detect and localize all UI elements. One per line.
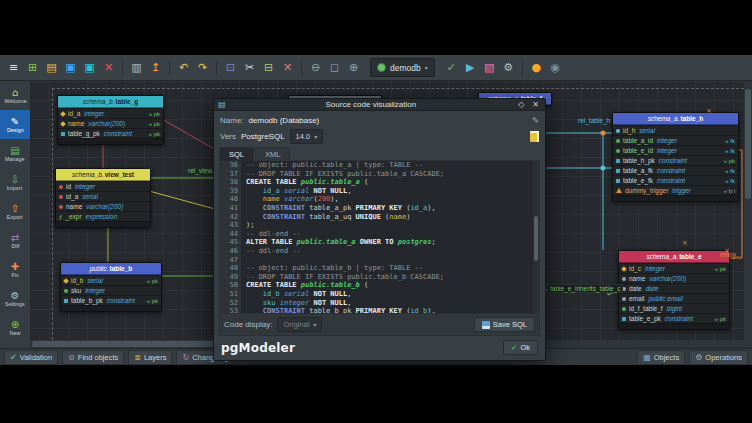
edit-icon[interactable]: ✎ <box>532 116 539 125</box>
table-column-row[interactable]: id_hserial <box>613 125 738 135</box>
run-sql-button[interactable]: ▶ <box>462 59 479 76</box>
copy-button[interactable]: ⊡ <box>222 59 239 76</box>
dialog-titlebar[interactable]: ▤ Source code visualization ◇ ✕ <box>214 99 545 111</box>
delete-button[interactable]: ✕ <box>279 59 296 76</box>
table-table_g[interactable]: schema_b.table_gid_ainteger« pknamevarch… <box>57 95 164 145</box>
table-table_h[interactable]: schema_a.table_hid_hserialtable_a_idinte… <box>612 112 739 202</box>
relationship-endpoint-mark: × <box>682 239 688 247</box>
pgsql-version-combo[interactable]: 14.0 ▾ <box>290 129 324 144</box>
sidebar-item-import[interactable]: ⇩Import <box>0 168 30 197</box>
column-name: id <box>66 183 71 190</box>
sidebar-item-design[interactable]: ✎Design <box>0 110 30 139</box>
code-token: , <box>347 290 351 298</box>
scroll-thumb[interactable] <box>534 216 538 261</box>
code-line: 37-- DROP TABLE IF EXISTS public.table_a… <box>220 170 539 179</box>
tab-sql[interactable]: SQL <box>219 147 254 161</box>
sidebar-item-manage[interactable]: ▤Manage <box>0 139 30 168</box>
table-column-row[interactable]: namevarchar(200)« pk <box>58 118 163 128</box>
zoom-reset-button[interactable]: ◻ <box>326 59 343 76</box>
save-definition-icon[interactable] <box>530 131 539 142</box>
close-model-button[interactable]: ✕ <box>100 59 117 76</box>
table-column-row[interactable]: namevarchar(200) <box>619 273 729 283</box>
sql-code-area[interactable]: 36-- object: public.table_a | type: TABL… <box>220 161 539 313</box>
table-column-row[interactable]: id_bserial« pk <box>61 275 161 285</box>
table-column-row[interactable]: id_aserial <box>56 191 150 201</box>
table-column-row[interactable]: dummy_triggertrigger« b i <box>613 185 738 195</box>
sidebar-item-new[interactable]: ⊕New <box>0 313 30 342</box>
paste-button[interactable]: ⊟ <box>260 59 277 76</box>
table-column-row[interactable]: idinteger <box>56 181 150 191</box>
cut-button[interactable]: ✂ <box>241 59 258 76</box>
table-table_b[interactable]: public.table_bid_bserial« pkskuintegerta… <box>60 262 162 312</box>
validate-model-button[interactable]: ✓ <box>443 59 460 76</box>
table-column-row[interactable]: table_a_idinteger« fk <box>613 135 738 145</box>
code-scrollbar[interactable] <box>533 161 539 313</box>
table-column-row[interactable]: namevarchar(200) <box>56 201 150 211</box>
table-column-row[interactable]: table_e_idinteger« fk <box>613 145 738 155</box>
layers-button[interactable]: ≣Layers <box>128 350 172 365</box>
operations-button[interactable]: ⚙Operations <box>689 350 748 365</box>
sidebar-item-label: Design <box>7 127 24 132</box>
sidebar-item-export[interactable]: ⇧Export <box>0 197 30 226</box>
sidebar-item-label: Settings <box>5 301 25 306</box>
save-model-button[interactable]: ▣ <box>62 59 79 76</box>
table-column-row[interactable]: table_b_pkconstraint« pk <box>61 295 161 305</box>
print-button[interactable]: ▥ <box>128 59 145 76</box>
code-display-row: Code display: Original ▾ Save SQL <box>220 313 539 335</box>
line-number: 52 <box>220 299 241 308</box>
open-model-button[interactable]: ▤ <box>43 59 60 76</box>
dialog-close-button[interactable]: ✕ <box>530 100 541 109</box>
export-image-button[interactable]: ▧ <box>481 59 498 76</box>
model-options-button[interactable]: ⚙ <box>500 59 517 76</box>
zoom-out-button[interactable]: ⊖ <box>307 59 324 76</box>
table-column-row[interactable]: table_h_pkconstraint« pk <box>613 155 738 165</box>
table-column-row[interactable]: datedate <box>619 283 729 293</box>
table-column-row[interactable]: ƒ_exprexpression <box>56 211 150 221</box>
table-column-row[interactable]: table_e_fkconstraint« fk <box>613 175 738 185</box>
export-button[interactable]: ↥ <box>147 59 164 76</box>
canvas-vertical-scrollbar[interactable] <box>744 81 752 340</box>
table-column-row[interactable]: id_f_table_fbigint <box>619 303 729 313</box>
column-name: name <box>66 203 82 210</box>
zoom-in-button[interactable]: ⊕ <box>345 59 362 76</box>
code-text: -- ddl-end -- <box>246 230 301 239</box>
line-number: 47 <box>220 256 241 265</box>
model-selector-combo[interactable]: demodb▾ <box>370 58 435 77</box>
donate-button[interactable]: ● <box>528 59 545 76</box>
main-menu-button[interactable]: ≡ <box>5 59 22 76</box>
version-row: Vers PostgreSQL 14.0 ▾ <box>219 128 540 145</box>
table-column-row[interactable]: id_cinteger« pk <box>619 263 729 273</box>
table-column-row[interactable]: table_e_pkconstraint« pk <box>619 313 729 323</box>
table-table_e[interactable]: schema_a.table_eid_cinteger« pknamevarch… <box>618 250 730 330</box>
ok-button[interactable]: ✓ Ok <box>503 340 538 355</box>
code-token: id_a <box>263 187 280 195</box>
scroll-thumb[interactable] <box>745 89 751 199</box>
new-model-button[interactable]: ⊞ <box>24 59 41 76</box>
validation-button[interactable]: ✔Validation <box>4 350 58 365</box>
save-all-button[interactable]: ▣ <box>81 59 98 76</box>
sidebar-item-settings[interactable]: ⚙Settings <box>0 284 30 313</box>
tab-xml[interactable]: XML <box>255 147 290 161</box>
redo-button[interactable]: ↷ <box>194 59 211 76</box>
sidebar-item-fix[interactable]: ✚Fix <box>0 255 30 284</box>
code-display-combo[interactable]: Original ▾ <box>277 317 322 332</box>
save-sql-button[interactable]: Save SQL <box>474 317 535 332</box>
about-button[interactable]: ◉ <box>547 59 564 76</box>
column-name: dummy_trigger <box>625 187 668 194</box>
table-view_test[interactable]: schema_b.view_testidintegerid_aserialnam… <box>55 168 151 228</box>
code-token <box>246 290 263 298</box>
sidebar-item-diff[interactable]: ⇄Diff <box>0 226 30 255</box>
table-column-row[interactable]: table_g_pkconstraint« pk <box>58 128 163 138</box>
table-column-row[interactable]: emailpublic.email <box>619 293 729 303</box>
detach-icon[interactable]: ◇ <box>516 100 526 109</box>
objects-button[interactable]: ▦Objects <box>637 350 685 365</box>
toolbar-separator <box>169 61 170 75</box>
version-label: Vers <box>220 132 236 141</box>
table-column-row[interactable]: skuinteger <box>61 285 161 295</box>
table-column-row[interactable]: id_ainteger« pk <box>58 108 163 118</box>
sidebar-item-welcome[interactable]: ⌂Welcome <box>0 81 30 110</box>
undo-button[interactable]: ↶ <box>175 59 192 76</box>
column-icon <box>616 139 620 143</box>
table-column-row[interactable]: table_a_fkconstraint« fk <box>613 165 738 175</box>
find-objects-button[interactable]: ⊙Find objects <box>62 350 124 365</box>
